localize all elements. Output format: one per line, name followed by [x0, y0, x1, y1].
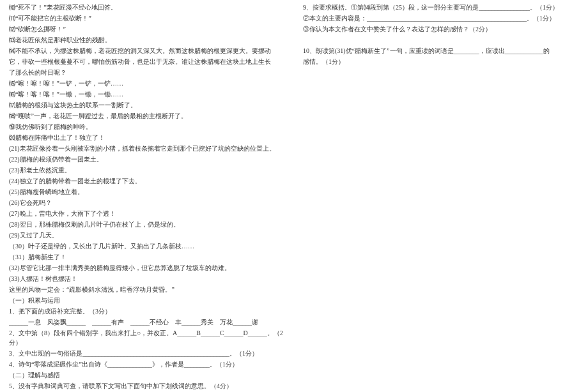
para-23: (23)那老土依然沉重。	[9, 165, 285, 175]
para-25: (25)腊梅瘦骨嶙峋地立着。	[9, 187, 285, 197]
para-26: (26)它会死吗？	[9, 198, 285, 207]
para-21: (21)老花匠像拎着一头刚被宰割的小猪，抓着枝条拖着它走到那个已挖好了坑的空缺的…	[9, 144, 285, 153]
question-5: 5、没有字典和词典可查，请联系下文写出下面句中加下划线词的意思。（4分）	[9, 381, 285, 391]
para-33: (33)人挪活！树也挪活！	[9, 274, 285, 283]
question-10-a: 10、朗读第(31)优“腊梅新生了”一句，应重读的词语是________，应读出…	[303, 46, 579, 56]
blank-line	[303, 35, 579, 45]
section-1-heading: （一）积累与运用	[9, 296, 285, 305]
question-4: 4、诗句“零落成泥碾作尘”出自诗《______________》，作者是____…	[9, 359, 285, 369]
para-20: ⒇腊梅在阵痛中出土了！独立了！	[9, 133, 285, 142]
para-24: (24)独立了的腊梅带着一团老土的根埋了下去。	[9, 176, 285, 186]
para-27: (27)晚上，雷电大作，大雨下了个透！	[9, 209, 285, 218]
para-14-c: 了那么长的时日呢？	[9, 68, 285, 77]
para-12: ⑿“砍断怎么挪呀！”	[9, 24, 285, 34]
para-31: （31）腊梅新生了！	[9, 252, 285, 262]
para-34-b: 这里的风物一定会：“疏影横斜水清浅，暗香浮动月黄昏。”	[9, 285, 285, 294]
para-15: ⒂“嚓！嚓！嚓！”一铲，一铲，一铲……	[9, 79, 285, 88]
question-1-a: 1、把下面的成语补充完整。（3分）	[9, 306, 285, 316]
para-32: (32)尽管它比那一排丰满秀美的腊梅显得矮小，但它总算逃脱了垃圾车的劫难。	[9, 263, 285, 273]
question-3: 3、文中出现的一句俗语是____________________________…	[9, 349, 285, 358]
question-2: 2、文中第（8）段有四个错别字，我出来打上○，并改正。A______B_____…	[9, 328, 285, 347]
question-9-b: ②本文的主要内容是：______________________________…	[303, 13, 579, 23]
para-28: (28)翌日，那株腊梅仅剩的几片叶子仍在枝丫上，仍是绿的。	[9, 220, 285, 229]
question-9-c: ③你认为本文作者在文中赞美了什么？表达了怎样的感情？（2分）	[303, 24, 579, 34]
para-13: ⒀老花匠依然是那种职业性的残酷。	[9, 35, 285, 45]
para-16: ⒃“喀！喀！喀！”一锄，一锄，一锄……	[9, 89, 285, 99]
para-11: ⑾“可不能把它的主根砍断！”	[9, 13, 285, 23]
para-17: ⒄腊梅的根须与这块热土的联系一一割断了。	[9, 100, 285, 110]
question-1-b: ______一息 风姿飘______ ______有声 ______不经心 丰_…	[9, 317, 285, 327]
para-14-b: 它，非砍一些根根蔓蔓不可，哪怕伤筋动骨，也是出于无奈。谁让这株腊梅在这块土地上生…	[9, 57, 285, 66]
para-30: （30）叶子还是绿的，又长出了几片新叶。又抽出了几条新枝……	[9, 241, 285, 251]
question-10-b: 感情。（1分）	[303, 57, 579, 66]
para-18: ⒅“嘎吱”一声，老花匠一脚蹬过去，最后的最粗的主根断开了。	[9, 111, 285, 121]
para-22: (22)腊梅的根须仍带着一团老土。	[9, 155, 285, 164]
question-9-a: 9、按要求概括。①第⒁段到第（25）段，这一部分主要写的是___________…	[303, 3, 579, 12]
para-29: (29)又过了几天。	[9, 230, 285, 240]
para-19: ⑲我仿佛听到了腊梅的呻吟。	[9, 122, 285, 132]
section-2-heading: （二）理解与感悟	[9, 370, 285, 380]
para-10: ⑽“死不了！”老花匠漫不经心地回答。	[9, 3, 285, 12]
para-14-a: ⒁不能不承认，为挪这株腊梅，老花匠挖的洞又深又大。然而这株腊梅的根更深更大。要挪…	[9, 46, 285, 56]
